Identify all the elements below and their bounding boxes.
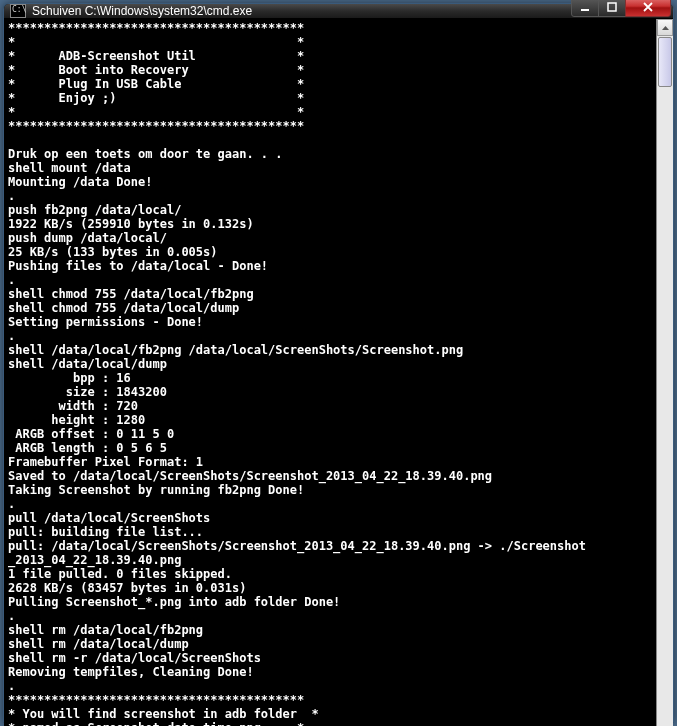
- titlebar[interactable]: C:\ Schuiven C:\Windows\system32\cmd.exe: [4, 4, 673, 19]
- minimize-button[interactable]: [571, 0, 599, 17]
- cmd-icon: C:\: [10, 4, 26, 18]
- window-title: Schuiven C:\Windows\system32\cmd.exe: [32, 4, 572, 18]
- scroll-thumb[interactable]: [658, 37, 672, 87]
- client-area: ****************************************…: [4, 19, 673, 726]
- close-button[interactable]: [625, 0, 671, 17]
- terminal-output[interactable]: ****************************************…: [4, 19, 656, 726]
- svg-rect-0: [581, 9, 589, 11]
- vertical-scrollbar[interactable]: [656, 19, 673, 726]
- scroll-up-button[interactable]: [657, 19, 673, 36]
- window-controls: [572, 0, 671, 17]
- svg-rect-1: [608, 3, 616, 11]
- maximize-button[interactable]: [598, 0, 626, 17]
- cmd-window: C:\ Schuiven C:\Windows\system32\cmd.exe…: [3, 3, 674, 723]
